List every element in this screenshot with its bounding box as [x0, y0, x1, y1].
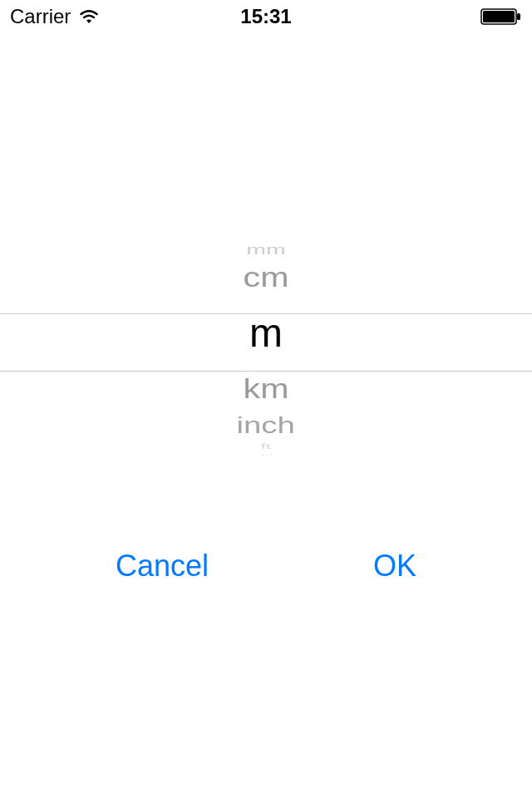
- ok-button[interactable]: OK: [348, 540, 441, 592]
- svg-rect-1: [483, 11, 515, 22]
- picker-option[interactable]: cm: [244, 264, 289, 292]
- unit-picker[interactable]: mm cm m km inch ft yd: [0, 208, 532, 490]
- picker-option[interactable]: mm: [246, 243, 285, 257]
- picker-option[interactable]: yd: [260, 453, 272, 456]
- picker-option[interactable]: ft: [261, 442, 271, 451]
- button-row: Cancel OK: [0, 540, 532, 592]
- cancel-button[interactable]: Cancel: [91, 540, 234, 592]
- wifi-icon: [77, 8, 101, 25]
- status-left: Carrier: [10, 5, 101, 28]
- picker-option-selected[interactable]: m: [249, 313, 283, 353]
- status-time: 15:31: [240, 5, 291, 28]
- carrier-label: Carrier: [10, 5, 71, 28]
- svg-rect-2: [517, 13, 520, 20]
- status-bar: Carrier 15:31: [0, 0, 532, 33]
- picker-option[interactable]: inch: [237, 413, 295, 436]
- battery-icon: [480, 8, 522, 25]
- picker-option[interactable]: km: [244, 375, 289, 403]
